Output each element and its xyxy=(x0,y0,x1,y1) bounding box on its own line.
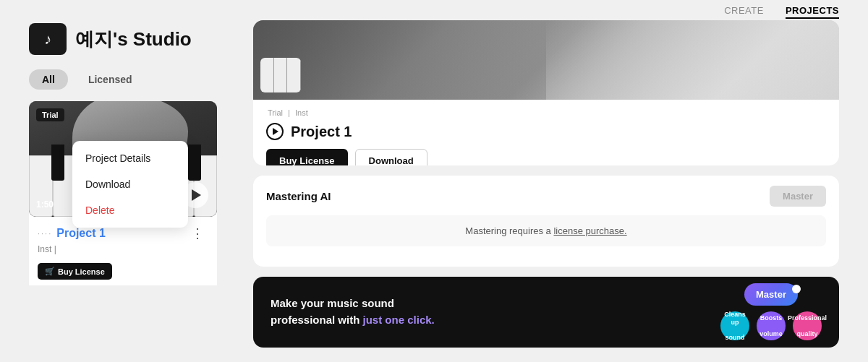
play-icon-sm[interactable] xyxy=(266,123,284,140)
detail-tags: Trial | Inst xyxy=(266,108,826,117)
detail-body: Trial | Inst Project 1 Buy License Downl… xyxy=(253,100,839,165)
trial-badge: Trial xyxy=(36,108,64,121)
feature-clean-icon: Cleans up sound xyxy=(720,311,749,340)
mini-piano xyxy=(260,58,301,92)
nav-projects[interactable]: PROJECTS xyxy=(786,5,839,16)
main-content: 예지's Studio All Licensed xyxy=(0,20,868,362)
detail-thumbnail xyxy=(260,58,301,92)
dropdown-menu: Project Details Download Delete xyxy=(72,141,188,228)
buy-license-button[interactable]: Buy License xyxy=(266,149,348,165)
detail-actions: Buy License Download xyxy=(266,149,826,165)
filter-licensed[interactable]: Licensed xyxy=(75,69,145,90)
buy-license-small-button[interactable]: 🛒 Buy License xyxy=(38,263,112,280)
dropdown-download[interactable]: Download xyxy=(72,171,188,197)
feature-quality-icon: Professional quality xyxy=(793,311,822,340)
project-dots: ···· xyxy=(38,229,52,238)
mastering-header: Mastering AI Master xyxy=(266,186,826,207)
nav-create[interactable]: CREATE xyxy=(724,5,764,16)
studio-header: 예지's Studio xyxy=(29,23,231,55)
project-meta: Inst | xyxy=(38,244,208,254)
studio-logo-icon xyxy=(29,23,67,55)
filter-tabs: All Licensed xyxy=(29,69,231,90)
project-name[interactable]: Project 1 xyxy=(56,227,106,240)
dropdown-delete[interactable]: Delete xyxy=(72,197,188,223)
cursor-icon xyxy=(792,285,801,293)
mastering-title: Mastering AI xyxy=(266,190,331,202)
detail-title: Project 1 xyxy=(291,124,352,140)
right-panel: Trial | Inst Project 1 Buy License Downl… xyxy=(253,20,839,348)
dropdown-project-details[interactable]: Project Details xyxy=(72,145,188,171)
detail-banner xyxy=(253,20,839,100)
duration-label: 1:50 xyxy=(36,199,54,210)
license-purchase-link[interactable]: license purchase. xyxy=(553,225,626,236)
feature-boost-icon: Boosts volume xyxy=(757,311,786,340)
download-button[interactable]: Download xyxy=(355,149,427,165)
top-nav: CREATE PROJECTS xyxy=(0,0,868,20)
detail-card: Trial | Inst Project 1 Buy License Downl… xyxy=(253,20,839,165)
cart-icon: 🛒 xyxy=(45,267,55,276)
promo-banner: Make your music sound professional with … xyxy=(253,277,839,348)
studio-title: 예지's Studio xyxy=(75,27,192,52)
feature-icons: Cleans up sound Boosts volume Profession… xyxy=(720,311,822,340)
detail-title-row: Project 1 xyxy=(266,123,826,140)
promo-highlight: just one click. xyxy=(363,314,435,326)
master-button[interactable]: Master xyxy=(770,186,826,207)
promo-text: Make your music sound professional with … xyxy=(271,296,435,328)
filter-all[interactable]: All xyxy=(29,69,68,90)
left-panel: 예지's Studio All Licensed xyxy=(29,20,231,348)
mastering-notice: Mastering requires a license purchase. xyxy=(266,215,826,246)
mastering-card: Mastering AI Master Mastering requires a… xyxy=(253,176,839,267)
more-options-button[interactable]: ⋮ xyxy=(187,224,208,243)
promo-right: Master Cleans up sound Boosts volume Pro… xyxy=(720,283,822,340)
master-bubble: Master xyxy=(744,283,798,306)
